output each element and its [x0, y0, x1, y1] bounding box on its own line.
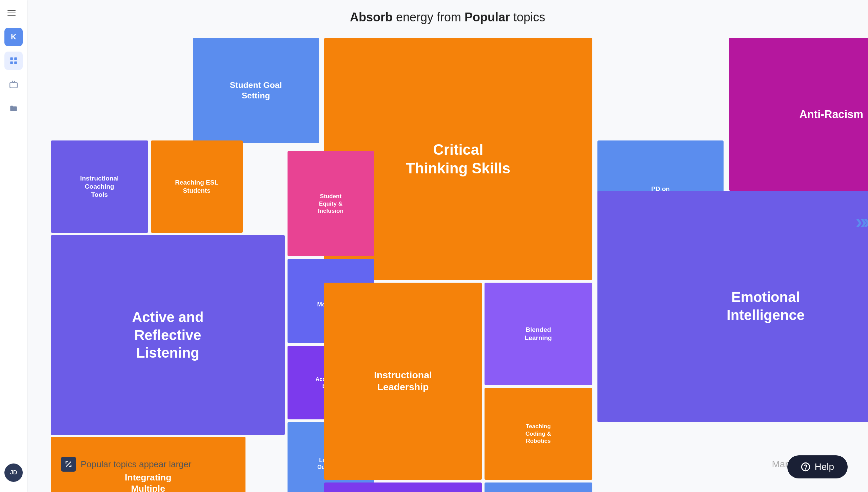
footer: Popular topics appear larger Mar 9 - Mar… [27, 457, 868, 472]
help-button[interactable]: Help [787, 455, 848, 478]
tile-label-instructional-leadership: Instructional Leadership [374, 369, 432, 393]
tile-label-teaching-coding: Teaching Coding & Robotics [526, 423, 551, 444]
header-middle: energy from [393, 10, 465, 24]
tile-label-anti-racism: Anti-Racism [800, 108, 863, 121]
tile-label-instructional-coaching: Instructional Coaching Tools [80, 174, 119, 198]
tile-emotional-intelligence[interactable]: Emotional Intelligence [597, 191, 868, 422]
tile-content-creation[interactable]: Content Creation Tools [485, 482, 592, 492]
svg-rect-2 [10, 61, 13, 64]
legend-icon [61, 457, 76, 472]
svg-rect-4 [10, 83, 17, 88]
header-popular: Popular [465, 10, 510, 24]
tile-label-reaching-esl: Reaching ESL Students [175, 178, 218, 195]
tile-instructional-leadership[interactable]: Instructional Leadership [324, 283, 482, 480]
svg-rect-1 [14, 57, 17, 60]
legend-text: Popular topics appear larger [81, 459, 192, 470]
tile-instructional-coaching[interactable]: Instructional Coaching Tools [51, 140, 148, 232]
nav-icon-media[interactable] [4, 75, 23, 94]
tile-blended-learning[interactable]: Blended Learning [485, 283, 592, 385]
hamburger-menu[interactable] [7, 7, 20, 19]
nav-icon-files[interactable] [4, 99, 23, 117]
tile-effective-questioning[interactable]: Effective Questioning [324, 482, 482, 492]
tile-label-integrating-models: Integrating Multiple Learning Models [125, 472, 171, 492]
tile-reaching-esl[interactable]: Reaching ESL Students [151, 140, 243, 232]
tile-student-goal[interactable]: Student Goal Setting [193, 38, 319, 143]
workspace-avatar[interactable]: K [4, 28, 23, 46]
tile-label-critical-thinking: Critical Thinking Skills [406, 140, 510, 177]
main-content: Absorb energy from Popular topics Critic… [27, 0, 868, 415]
user-avatar[interactable]: JD [4, 463, 23, 482]
legend: Popular topics appear larger [61, 457, 192, 472]
tile-anti-racism[interactable]: Anti-Racism [729, 38, 868, 191]
tile-label-student-equity: Student Equity & Inclusion [318, 193, 343, 214]
nav-icon-dashboard[interactable] [4, 52, 23, 70]
page-header: Absorb energy from Popular topics [47, 10, 848, 24]
tile-label-student-goal: Student Goal Setting [230, 80, 282, 101]
next-arrow[interactable]: »» [855, 210, 868, 233]
sidebar: K JD [0, 0, 27, 492]
help-label: Help [814, 461, 834, 472]
tile-active-reflective[interactable]: Active and Reflective Listening [51, 235, 285, 435]
tile-label-active-reflective: Active and Reflective Listening [132, 308, 203, 362]
header-absorb: Absorb [350, 10, 393, 24]
header-suffix: topics [510, 10, 545, 24]
svg-rect-0 [10, 57, 13, 60]
treemap-visualization: Critical Thinking SkillsAnti-RacismDigit… [51, 38, 844, 404]
tile-student-equity[interactable]: Student Equity & Inclusion [288, 151, 374, 256]
tile-label-blended-learning: Blended Learning [525, 326, 552, 342]
svg-point-7 [806, 469, 806, 469]
svg-line-5 [66, 462, 71, 467]
tile-label-emotional-intelligence: Emotional Intelligence [727, 288, 805, 324]
svg-rect-3 [14, 61, 17, 64]
